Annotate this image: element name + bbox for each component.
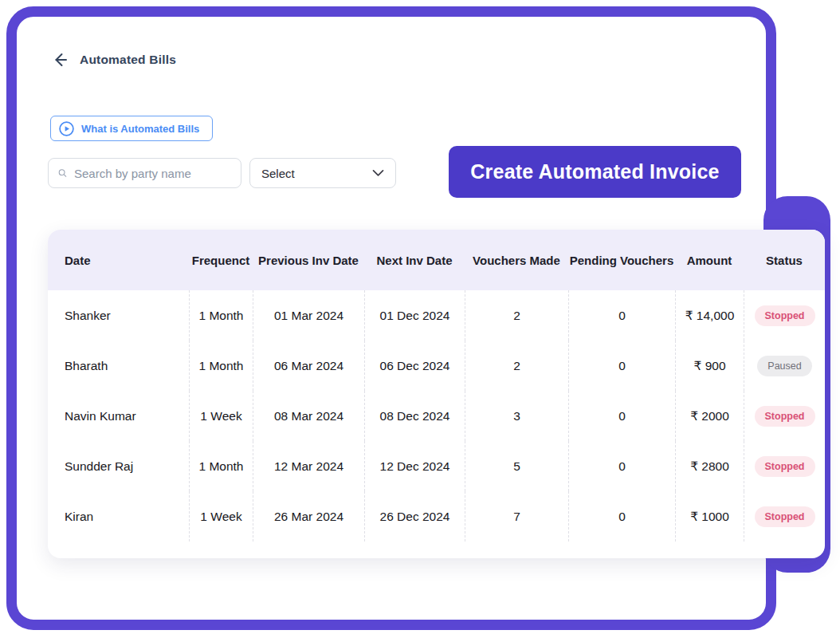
cell-amount: ₹ 2800 — [675, 441, 744, 491]
what-is-automated-bills-button[interactable]: What is Automated Bills — [50, 116, 213, 141]
column-header: Date — [48, 254, 189, 267]
search-box — [48, 158, 241, 188]
automated-bills-table: DateFrequenctPrevious Inv DateNext Inv D… — [48, 230, 825, 558]
column-header: Status — [744, 254, 825, 267]
table-row[interactable]: Bharath1 Month06 Mar 202406 Dec 202420₹ … — [48, 341, 825, 391]
search-input[interactable] — [74, 167, 233, 180]
back-arrow-icon[interactable] — [51, 51, 69, 69]
cell-previous-inv-date: 06 Mar 2024 — [253, 341, 364, 391]
cell-next-inv-date: 12 Dec 2024 — [364, 441, 465, 491]
cell-frequency: 1 Month — [189, 341, 253, 391]
column-header: Previous Inv Date — [253, 254, 364, 267]
cell-vouchers-made: 5 — [465, 441, 568, 491]
cell-date: Navin Kumar — [48, 391, 189, 441]
status-badge: Stopped — [755, 456, 815, 477]
help-button-label: What is Automated Bills — [81, 123, 199, 135]
cell-previous-inv-date: 01 Mar 2024 — [253, 290, 364, 341]
status-badge: Stopped — [755, 305, 815, 326]
column-header: Vouchers Made — [465, 254, 568, 267]
cell-status: Stopped — [744, 491, 825, 542]
cell-status: Stopped — [744, 441, 825, 491]
chevron-down-icon — [372, 169, 384, 177]
cell-status: Paused — [744, 341, 825, 391]
cell-frequency: 1 Month — [189, 441, 253, 491]
cell-pending-vouchers: 0 — [568, 441, 675, 491]
column-header: Pending Vouchers — [568, 254, 675, 267]
cell-next-inv-date: 26 Dec 2024 — [364, 491, 465, 542]
page-header: Automated Bills — [51, 51, 176, 69]
column-header: Next Inv Date — [364, 254, 465, 267]
column-header: Amount — [675, 254, 744, 267]
table-row[interactable]: Kiran1 Week26 Mar 202426 Dec 202470₹ 100… — [48, 491, 825, 542]
table-body: Shanker1 Month01 Mar 202401 Dec 202420₹ … — [48, 290, 825, 542]
cell-pending-vouchers: 0 — [568, 391, 675, 441]
cell-status: Stopped — [744, 391, 825, 441]
column-header: Frequenct — [189, 254, 253, 267]
table-row[interactable]: Sundder Raj1 Month12 Mar 202412 Dec 2024… — [48, 441, 825, 491]
cell-vouchers-made: 7 — [465, 491, 568, 542]
cell-date: Sundder Raj — [48, 441, 189, 491]
table-header-row: DateFrequenctPrevious Inv DateNext Inv D… — [48, 230, 825, 290]
status-badge: Stopped — [755, 406, 815, 427]
cell-next-inv-date: 01 Dec 2024 — [364, 290, 465, 341]
cell-frequency: 1 Week — [189, 391, 253, 441]
cell-pending-vouchers: 0 — [568, 341, 675, 391]
status-badge: Paused — [757, 356, 811, 376]
play-icon — [59, 121, 74, 136]
page: Automated Bills What is Automated Bills … — [0, 0, 840, 638]
create-automated-invoice-button[interactable]: Create Automated Invoice — [449, 146, 741, 198]
cell-vouchers-made: 2 — [465, 290, 568, 341]
cell-date: Kiran — [48, 491, 189, 542]
cell-previous-inv-date: 26 Mar 2024 — [253, 491, 364, 542]
cell-frequency: 1 Month — [189, 290, 253, 341]
cell-vouchers-made: 3 — [465, 391, 568, 441]
table-row[interactable]: Navin Kumar1 Week08 Mar 202408 Dec 20243… — [48, 391, 825, 441]
cell-amount: ₹ 2000 — [675, 391, 744, 441]
cell-pending-vouchers: 0 — [568, 491, 675, 542]
table-row[interactable]: Shanker1 Month01 Mar 202401 Dec 202420₹ … — [48, 290, 825, 341]
filter-select[interactable]: Select — [249, 158, 396, 188]
cell-date: Bharath — [48, 341, 189, 391]
cell-previous-inv-date: 12 Mar 2024 — [253, 441, 364, 491]
cell-status: Stopped — [744, 290, 825, 341]
status-badge: Stopped — [755, 506, 815, 527]
cell-pending-vouchers: 0 — [568, 290, 675, 341]
cell-vouchers-made: 2 — [465, 341, 568, 391]
cell-amount: ₹ 14,000 — [675, 290, 744, 341]
cell-amount: ₹ 1000 — [675, 491, 744, 542]
page-title: Automated Bills — [80, 53, 176, 67]
cell-date: Shanker — [48, 290, 189, 341]
search-icon — [58, 166, 67, 180]
filter-select-value: Select — [261, 167, 295, 180]
cell-frequency: 1 Week — [189, 491, 253, 542]
cell-next-inv-date: 08 Dec 2024 — [364, 391, 465, 441]
cell-previous-inv-date: 08 Mar 2024 — [253, 391, 364, 441]
cell-next-inv-date: 06 Dec 2024 — [364, 341, 465, 391]
cell-amount: ₹ 900 — [675, 341, 744, 391]
